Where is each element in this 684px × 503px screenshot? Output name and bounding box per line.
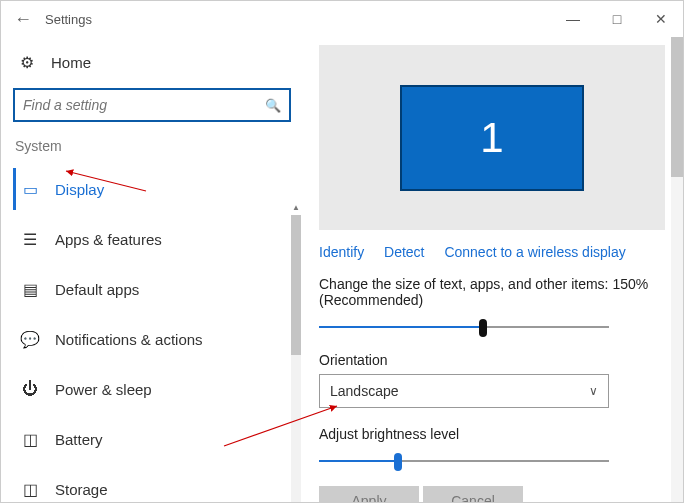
sidebar-item-label: Apps & features bbox=[55, 231, 162, 248]
monitor-icon: ▭ bbox=[19, 180, 41, 199]
storage-icon: ◫ bbox=[19, 480, 41, 499]
default-apps-icon: ▤ bbox=[19, 280, 41, 299]
detect-link[interactable]: Detect bbox=[384, 244, 424, 260]
sidebar-item-notifications[interactable]: 💬 Notifications & actions bbox=[13, 318, 293, 360]
sidebar-item-label: Storage bbox=[55, 481, 108, 498]
sidebar-item-label: Power & sleep bbox=[55, 381, 152, 398]
list-icon: ☰ bbox=[19, 230, 41, 249]
power-icon: ⏻ bbox=[19, 380, 41, 398]
sidebar-item-default-apps[interactable]: ▤ Default apps bbox=[13, 268, 293, 310]
window-title: Settings bbox=[45, 12, 92, 27]
brightness-label: Adjust brightness level bbox=[319, 426, 665, 442]
main-panel: 1 Identify Detect Connect to a wireless … bbox=[301, 37, 683, 502]
wireless-display-link[interactable]: Connect to a wireless display bbox=[444, 244, 625, 260]
sidebar-item-label: Display bbox=[55, 181, 104, 198]
battery-icon: ◫ bbox=[19, 430, 41, 449]
home-label: Home bbox=[51, 54, 91, 71]
dropdown-value: Landscape bbox=[330, 383, 399, 399]
scrollbar-thumb[interactable] bbox=[671, 37, 683, 177]
search-box[interactable]: 🔍 bbox=[13, 88, 291, 122]
sidebar-item-label: Notifications & actions bbox=[55, 331, 203, 348]
close-icon[interactable]: ✕ bbox=[639, 11, 683, 27]
apply-button[interactable]: Apply bbox=[319, 486, 419, 503]
monitor-tile[interactable]: 1 bbox=[400, 85, 584, 191]
orientation-label: Orientation bbox=[319, 352, 665, 368]
search-icon: 🔍 bbox=[265, 98, 281, 113]
sidebar-item-label: Battery bbox=[55, 431, 103, 448]
sidebar-item-battery[interactable]: ◫ Battery bbox=[13, 418, 293, 460]
section-label: System bbox=[15, 138, 293, 154]
search-input[interactable] bbox=[23, 97, 265, 113]
slider-thumb[interactable] bbox=[394, 453, 402, 471]
sidebar-scrollbar[interactable]: ▲ ▼ bbox=[291, 215, 301, 503]
brightness-slider[interactable] bbox=[319, 450, 609, 472]
chevron-down-icon: ∨ bbox=[589, 384, 598, 398]
maximize-icon[interactable]: □ bbox=[595, 11, 639, 27]
sidebar-item-storage[interactable]: ◫ Storage bbox=[13, 468, 293, 503]
monitor-number: 1 bbox=[480, 114, 503, 162]
sidebar: ⚙ Home 🔍 System ▭ Display ☰ Apps & featu… bbox=[1, 37, 301, 502]
identify-link[interactable]: Identify bbox=[319, 244, 364, 260]
display-preview: 1 bbox=[319, 45, 665, 230]
cancel-button[interactable]: Cancel bbox=[423, 486, 523, 503]
sidebar-item-label: Default apps bbox=[55, 281, 139, 298]
slider-fill bbox=[319, 326, 479, 328]
display-links: Identify Detect Connect to a wireless di… bbox=[319, 244, 665, 260]
window-scrollbar[interactable] bbox=[671, 37, 683, 502]
sidebar-item-power[interactable]: ⏻ Power & sleep bbox=[13, 368, 293, 410]
window-controls: — □ ✕ bbox=[551, 11, 683, 27]
sidebar-item-display[interactable]: ▭ Display bbox=[13, 168, 293, 210]
home-row[interactable]: ⚙ Home bbox=[17, 53, 293, 72]
orientation-dropdown[interactable]: Landscape ∨ bbox=[319, 374, 609, 408]
scrollbar-thumb[interactable] bbox=[291, 215, 301, 355]
scale-label: Change the size of text, apps, and other… bbox=[319, 276, 665, 308]
chevron-up-icon[interactable]: ▲ bbox=[291, 203, 301, 213]
notifications-icon: 💬 bbox=[19, 330, 41, 349]
gear-icon: ⚙ bbox=[17, 53, 37, 72]
scale-slider[interactable] bbox=[319, 316, 609, 338]
back-icon[interactable]: ← bbox=[7, 9, 39, 30]
sidebar-item-apps[interactable]: ☰ Apps & features bbox=[13, 218, 293, 260]
minimize-icon[interactable]: — bbox=[551, 11, 595, 27]
titlebar: ← Settings — □ ✕ bbox=[1, 1, 683, 37]
button-row: Apply Cancel bbox=[319, 486, 665, 503]
slider-fill bbox=[319, 460, 394, 462]
slider-thumb[interactable] bbox=[479, 319, 487, 337]
